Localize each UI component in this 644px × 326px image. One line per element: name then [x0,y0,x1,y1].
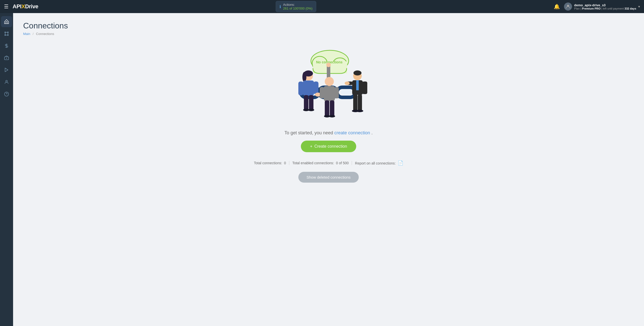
actions-text: Actions: 261 of 100'000 (0%) [283,3,312,10]
svg-point-38 [308,109,314,111]
sidebar-item-profile[interactable] [1,76,12,88]
stats-separator [289,161,289,165]
breadcrumb-current: Connections [36,32,54,36]
avatar [564,3,572,11]
svg-rect-32 [298,82,303,95]
sidebar-item-billing[interactable] [1,40,12,51]
total-enabled-label: Total enabled connections: 0 of 500 [292,161,349,165]
user-details: demo_apix-drive_s3 Plan | Premium PRO | … [574,3,636,10]
create-connection-button[interactable]: + Create connection [301,141,356,152]
actions-badge: ℹ Actions: 261 of 100'000 (0%) [276,1,316,12]
logo: APIXDrive [13,3,38,10]
svg-rect-31 [303,80,314,96]
sidebar-item-connections[interactable] [1,28,12,39]
create-connection-link[interactable]: create connection [334,130,370,135]
svg-point-59 [356,110,363,112]
logo-x: X [21,3,25,10]
svg-rect-44 [334,87,339,98]
actions-value: 261 of 100'000 (0%) [283,7,312,10]
breadcrumb-main[interactable]: Main [23,32,30,36]
user-name: demo_apix-drive_s3 [574,3,636,7]
logo-text: APIXDrive [13,3,38,10]
empty-state: No connections [23,44,634,193]
page-title: Connections [23,21,634,30]
sidebar-item-tools[interactable] [1,52,12,63]
svg-point-40 [326,63,331,67]
sidebar-item-home[interactable] [1,16,12,27]
svg-rect-43 [320,87,324,98]
topnav: ☰ APIXDrive ℹ Actions: 261 of 100'000 (0… [0,0,644,13]
breadcrumb-sep: / [33,32,34,36]
svg-rect-46 [330,100,334,117]
svg-point-15 [5,92,9,96]
stats-row: Total connections: 0 Total enabled conne… [254,160,403,166]
create-btn-label: Create connection [314,144,347,149]
svg-rect-33 [313,82,318,94]
topnav-right: 🔔 demo_apix-drive_s3 Plan | Premium PRO … [554,3,640,11]
topnav-center: ℹ Actions: 261 of 100'000 (0%) [38,1,554,12]
svg-point-2 [8,32,9,33]
svg-rect-45 [325,100,329,117]
svg-rect-56 [353,94,357,111]
svg-point-1 [5,32,6,33]
svg-rect-42 [324,86,335,101]
sidebar [0,13,13,326]
svg-point-14 [6,80,8,82]
sidebar-item-media[interactable] [1,64,12,75]
user-plan: Plan | Premium PRO | left until payment … [574,7,636,10]
stats-separator-2 [352,161,352,165]
report-label: Report on all connections: 📄 [355,160,403,166]
breadcrumb: Main / Connections [23,32,634,36]
svg-point-3 [5,35,6,36]
svg-rect-27 [341,90,352,95]
main-content: Connections Main / Connections No connec… [13,13,644,326]
intro-text: To get started, you need create connecti… [285,130,373,136]
svg-point-54 [345,82,350,85]
bell-icon[interactable]: 🔔 [554,4,560,10]
menu-icon[interactable]: ☰ [4,4,9,10]
svg-marker-13 [5,68,8,72]
total-connections-label: Total connections: 0 [254,161,286,165]
svg-point-48 [329,115,335,117]
chevron-down-icon: ▾ [638,5,640,9]
svg-point-4 [8,35,9,36]
svg-rect-36 [309,95,313,110]
svg-point-50 [353,70,361,75]
illustration: No connections [281,49,376,124]
svg-rect-57 [358,94,362,111]
sidebar-item-help[interactable] [1,89,12,100]
svg-rect-52 [356,80,359,90]
report-icon[interactable]: 📄 [398,160,403,166]
svg-rect-55 [362,82,367,94]
svg-rect-35 [304,95,308,110]
create-btn-icon: + [310,144,312,149]
user-info[interactable]: demo_apix-drive_s3 Plan | Premium PRO | … [564,3,640,11]
show-deleted-connections-button[interactable]: Show deleted connections [298,172,358,183]
info-icon: ℹ [279,4,281,9]
svg-point-41 [325,77,334,86]
